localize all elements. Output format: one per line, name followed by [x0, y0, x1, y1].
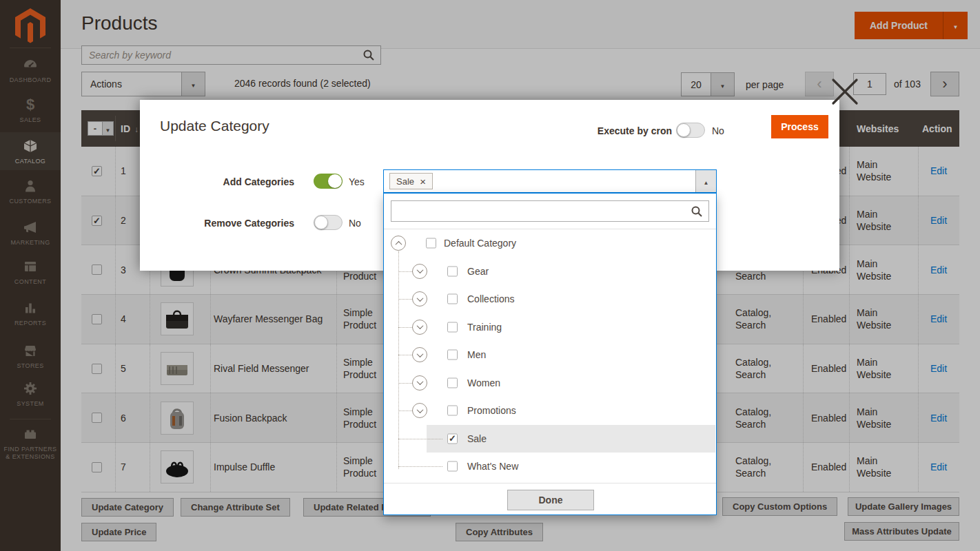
- chevron-down-icon: [416, 378, 423, 385]
- add-categories-value: Yes: [349, 176, 365, 187]
- tree-connector-line: [398, 439, 442, 439]
- magento-admin-screen: DASHBOARD SALES CATALOG CUSTOMERS MARKET…: [0, 0, 980, 551]
- toggle-knob: [328, 174, 342, 188]
- category-label[interactable]: Default Category: [444, 238, 516, 249]
- category-checkbox[interactable]: [447, 406, 458, 416]
- tree-item-default-category: Default Category: [384, 229, 716, 258]
- category-checkbox[interactable]: [447, 294, 458, 304]
- tree-connector-line: [398, 410, 412, 411]
- category-label[interactable]: What's New: [467, 461, 518, 472]
- category-multiselect-field[interactable]: Sale: [383, 169, 717, 193]
- category-label[interactable]: Promotions: [467, 405, 516, 416]
- category-checkbox[interactable]: [447, 433, 458, 444]
- category-label[interactable]: Collections: [467, 293, 514, 304]
- category-search-input[interactable]: [391, 201, 708, 221]
- category-label[interactable]: Sale: [467, 433, 487, 444]
- category-label[interactable]: Training: [467, 322, 502, 333]
- category-checkbox[interactable]: [447, 350, 458, 360]
- chevron-down-icon: [416, 406, 423, 413]
- category-tree-dropdown: Default Category Gear Collections Traini…: [383, 193, 717, 515]
- add-categories-label: Add Categories: [140, 176, 294, 187]
- chevron-up-icon: [395, 241, 402, 248]
- collapse-node-button[interactable]: [391, 236, 406, 251]
- category-checkbox[interactable]: [447, 322, 458, 332]
- category-label[interactable]: Gear: [467, 266, 489, 277]
- toggle-knob: [314, 216, 328, 229]
- toggle-knob: [677, 123, 691, 137]
- selected-category-tag: Sale: [389, 173, 433, 189]
- remove-categories-label: Remove Categories: [140, 218, 294, 229]
- execute-by-cron-value: No: [712, 125, 724, 136]
- tree-item-women: Women: [384, 369, 716, 397]
- category-checkbox[interactable]: [447, 461, 458, 472]
- tree-item-collections: Collections: [384, 285, 716, 313]
- selected-category-tag-label: Sale: [396, 176, 414, 187]
- expand-node-button[interactable]: [412, 375, 427, 391]
- tree-connector-line: [398, 466, 442, 467]
- expand-node-button[interactable]: [412, 264, 427, 279]
- chevron-down-icon: [416, 351, 423, 357]
- expand-node-button[interactable]: [412, 347, 427, 362]
- add-categories-toggle[interactable]: [314, 174, 343, 189]
- category-checkbox[interactable]: [447, 266, 458, 276]
- modal-title: Update Category: [160, 118, 269, 134]
- tree-item-promotions: Promotions: [384, 397, 716, 425]
- tree-connector-line: [398, 271, 412, 272]
- expand-node-button[interactable]: [412, 403, 427, 418]
- category-checkbox[interactable]: [447, 377, 458, 388]
- execute-by-cron-toggle[interactable]: [676, 123, 705, 138]
- tree-connector-line: [398, 355, 412, 355]
- tree-connector-line: [398, 327, 412, 328]
- chevron-down-icon: [416, 322, 423, 329]
- search-icon[interactable]: [691, 205, 703, 218]
- remove-categories-toggle[interactable]: [314, 215, 343, 230]
- category-search-field: [391, 200, 709, 222]
- remove-tag-icon[interactable]: [420, 176, 426, 187]
- tree-item-training: Training: [384, 313, 716, 342]
- multiselect-collapse-button[interactable]: [695, 170, 716, 192]
- remove-categories-value: No: [349, 218, 361, 229]
- tree-item-whats-new: What's New: [384, 453, 716, 481]
- chevron-down-icon: [416, 267, 423, 273]
- category-checkbox[interactable]: [426, 238, 436, 249]
- execute-by-cron-label: Execute by cron: [526, 125, 672, 136]
- category-label[interactable]: Women: [467, 377, 500, 388]
- process-button[interactable]: Process: [771, 115, 828, 138]
- chevron-down-icon: [416, 295, 423, 302]
- tree-item-gear: Gear: [384, 258, 716, 286]
- done-button[interactable]: Done: [507, 490, 594, 510]
- caret-up-icon: [704, 176, 709, 187]
- expand-node-button[interactable]: [412, 291, 427, 306]
- tree-item-men: Men: [384, 341, 716, 369]
- tree-connector-line: [398, 383, 412, 384]
- category-label[interactable]: Men: [467, 349, 486, 360]
- expand-node-button[interactable]: [412, 320, 427, 335]
- tree-connector-line: [398, 299, 412, 300]
- category-tree: Default Category Gear Collections Traini…: [384, 229, 716, 481]
- divider: [384, 483, 716, 484]
- tree-item-sale: Sale: [384, 425, 716, 453]
